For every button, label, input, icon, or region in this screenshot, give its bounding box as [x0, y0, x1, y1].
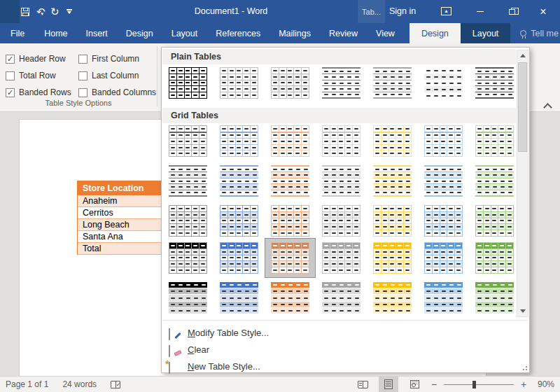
- table-style-grid-5-6[interactable]: [424, 282, 463, 314]
- table-style-grid-1-2[interactable]: [220, 125, 258, 157]
- table-style-grid-2-7[interactable]: [475, 165, 514, 197]
- table-style-plain-1-5[interactable]: [373, 67, 412, 99]
- table-style-grid-4-4[interactable]: [322, 242, 360, 274]
- table-style-grid-1-5[interactable]: [373, 125, 412, 157]
- table-style-grid-4-6[interactable]: [424, 242, 463, 274]
- first-column-option[interactable]: First Column: [78, 50, 156, 67]
- table-style-plain-1-4[interactable]: [322, 67, 360, 99]
- tab-view[interactable]: View: [367, 23, 404, 43]
- zoom-slider-handle[interactable]: [472, 381, 476, 388]
- new-table-style-menu-item[interactable]: *New Table Style...: [162, 358, 516, 374]
- table-style-grid-5-2[interactable]: [220, 282, 258, 314]
- table-style-grid-4-7[interactable]: [475, 242, 514, 274]
- undo-button[interactable]: ↶ ▾: [36, 6, 43, 17]
- tell-me-label: Tell me: [531, 29, 559, 38]
- close-button[interactable]: ×: [531, 0, 555, 23]
- modify-table-style-menu-item[interactable]: Modify Table Style...: [162, 325, 516, 341]
- page-indicator[interactable]: Page 1 of 1: [6, 379, 48, 389]
- minimize-button[interactable]: [468, 0, 492, 23]
- gallery-resize-grip[interactable]: [522, 365, 527, 370]
- table-style-grid-2-3[interactable]: [271, 165, 309, 197]
- table-style-grid-1-4[interactable]: [322, 125, 360, 157]
- table-style-grid-3-4[interactable]: [322, 205, 360, 237]
- zoom-out-button[interactable]: −: [430, 379, 438, 390]
- undo-dropdown-icon[interactable]: ▾: [41, 11, 44, 17]
- qat-customize-icon[interactable]: [66, 9, 72, 14]
- table-style-grid-5-5[interactable]: [373, 282, 412, 314]
- table-style-plain-1-3[interactable]: [271, 67, 309, 99]
- table-style-grid-5-7[interactable]: [475, 282, 514, 314]
- gallery-section-label: Plain Tables: [162, 49, 516, 64]
- tab-file[interactable]: File: [0, 23, 35, 43]
- read-mode-button[interactable]: [353, 377, 372, 392]
- restore-button[interactable]: [500, 0, 524, 23]
- group-separator: [157, 46, 158, 106]
- banded-columns-checkbox[interactable]: [78, 88, 88, 97]
- table-style-grid-5-3[interactable]: [271, 282, 309, 314]
- table-style-grid-4-1[interactable]: [169, 242, 207, 274]
- tab-mailings[interactable]: Mailings: [270, 23, 320, 43]
- total-row-checkbox[interactable]: [6, 71, 15, 80]
- table-style-grid-2-4[interactable]: [322, 165, 360, 197]
- last-column-checkbox[interactable]: [78, 71, 88, 80]
- menu-item-label: Modify Table Style...: [188, 328, 269, 338]
- table-style-grid-3-1[interactable]: [169, 205, 207, 237]
- word-count[interactable]: 24 words: [62, 379, 97, 389]
- table-style-grid-1-6[interactable]: [424, 125, 463, 157]
- tell-me-button[interactable]: Tell me: [520, 23, 559, 43]
- header-row-checkbox[interactable]: ✓: [6, 55, 15, 64]
- table-style-grid-2-5[interactable]: [373, 165, 412, 197]
- table-style-grid-2-6[interactable]: [424, 165, 463, 197]
- tab-references[interactable]: References: [206, 23, 270, 43]
- table-style-grid-3-7[interactable]: [475, 205, 514, 237]
- last-column-option[interactable]: Last Column: [78, 67, 156, 84]
- table-style-grid-5-4[interactable]: [322, 282, 360, 314]
- table-style-grid-1-1[interactable]: [169, 125, 207, 157]
- table-style-plain-1-1[interactable]: [169, 67, 207, 99]
- tab-review[interactable]: Review: [320, 23, 367, 43]
- scroll-up-icon[interactable]: [517, 50, 528, 61]
- gallery-scrollbar[interactable]: [517, 50, 528, 317]
- table-style-plain-1-7[interactable]: [475, 67, 514, 99]
- contextual-tab-layout[interactable]: Layout: [461, 23, 511, 43]
- table-style-plain-1-2[interactable]: [220, 67, 258, 99]
- table-style-grid-4-3[interactable]: [271, 242, 309, 274]
- header-row-option[interactable]: ✓Header Row: [6, 50, 78, 67]
- print-layout-button[interactable]: [379, 377, 398, 392]
- table-style-grid-3-2[interactable]: [220, 205, 258, 237]
- tab-home[interactable]: Home: [35, 23, 76, 43]
- contextual-tab-design[interactable]: Design: [410, 23, 461, 43]
- banded-rows-checkbox[interactable]: ✓: [6, 88, 15, 97]
- zoom-level[interactable]: 90%: [533, 379, 554, 389]
- web-layout-button[interactable]: [405, 377, 424, 392]
- ribbon-display-options-icon[interactable]: ▴: [441, 7, 451, 15]
- table-style-grid-3-3[interactable]: [271, 205, 309, 237]
- table-style-plain-1-6[interactable]: [424, 67, 463, 99]
- redo-icon[interactable]: ↻: [50, 6, 59, 17]
- first-column-checkbox[interactable]: [78, 55, 88, 64]
- table-style-grid-4-5[interactable]: [373, 242, 412, 274]
- table-style-grid-1-7[interactable]: [475, 125, 514, 157]
- total-row-option[interactable]: Total Row: [6, 67, 78, 84]
- collapse-ribbon-chevron-icon[interactable]: [545, 102, 551, 108]
- scroll-down-icon[interactable]: [517, 306, 528, 316]
- table-style-grid-5-1[interactable]: [169, 282, 207, 314]
- zoom-in-button[interactable]: +: [520, 379, 527, 390]
- table-style-grid-2-2[interactable]: [220, 165, 258, 197]
- zoom-slider[interactable]: [444, 381, 514, 388]
- sign-in-button[interactable]: Sign in: [389, 6, 416, 16]
- window-title: Document1 - Word: [140, 6, 322, 16]
- table-style-grid-1-3[interactable]: [271, 125, 309, 157]
- clear-menu-item[interactable]: Clear: [162, 342, 516, 358]
- proofing-icon[interactable]: [111, 381, 120, 388]
- tab-design[interactable]: Design: [117, 23, 162, 43]
- table-style-grid-2-1[interactable]: [169, 165, 207, 197]
- tab-insert[interactable]: Insert: [77, 23, 117, 43]
- tab-layout[interactable]: Layout: [162, 23, 207, 43]
- scrollbar-thumb[interactable]: [518, 62, 527, 152]
- table-style-grid-4-2[interactable]: [220, 242, 258, 274]
- table-style-grid-3-6[interactable]: [424, 205, 463, 237]
- table-style-grid-3-5[interactable]: [373, 205, 412, 237]
- status-bar: Page 1 of 1 24 words − + 90%: [0, 376, 560, 392]
- save-icon[interactable]: [21, 8, 29, 16]
